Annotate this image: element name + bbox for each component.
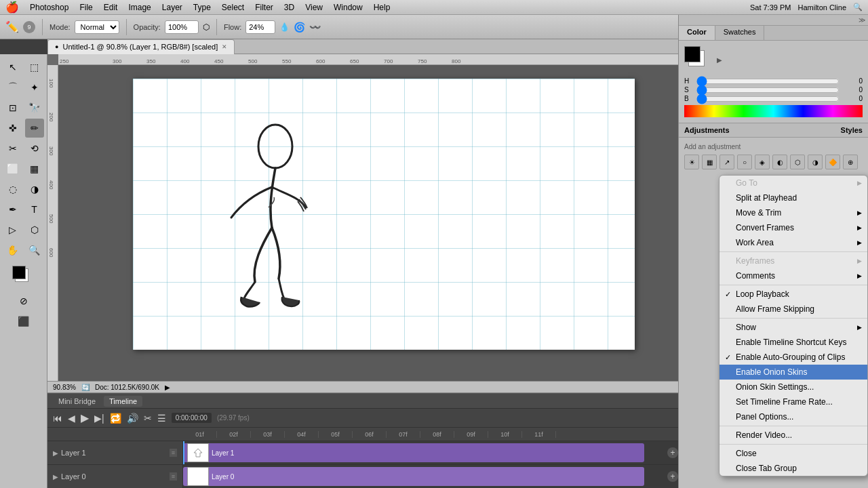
s-slider[interactable] — [696, 87, 840, 94]
flow-input[interactable] — [245, 20, 275, 34]
menu-item-close-tab-group[interactable]: Close Tab Group — [719, 461, 867, 476]
tab-swatches[interactable]: Swatches — [715, 26, 765, 40]
mode-select[interactable]: Normal — [75, 20, 119, 34]
brush-size-input[interactable]: 9 — [23, 21, 35, 33]
quick-mask-tool[interactable]: ⊘ — [14, 291, 33, 310]
search-icon[interactable]: 🔍 — [853, 3, 863, 12]
menu-item-onion-skin-settings[interactable]: Onion Skin Settings... — [719, 380, 867, 394]
menu-view[interactable]: View — [305, 3, 323, 12]
add-layer0-btn[interactable]: + — [667, 471, 678, 482]
opacity-input[interactable] — [165, 20, 199, 34]
gradient-tool[interactable]: ▦ — [25, 159, 44, 178]
fg-swatch[interactable] — [684, 46, 701, 62]
b-slider[interactable] — [696, 96, 840, 102]
track-content-layer1[interactable]: Layer 1 — [183, 441, 665, 464]
eyedropper-tool[interactable]: 🔭 — [25, 98, 44, 117]
track-content-layer0[interactable]: Layer 0 — [183, 465, 665, 488]
panel-collapse-icon[interactable]: ≫ — [859, 16, 865, 24]
hue-adj-icon[interactable]: ◐ — [772, 155, 787, 169]
airbrush-icon[interactable]: 🌀 — [294, 22, 305, 33]
menu-item-enable-onion-skins[interactable]: Enable Onion Skins — [719, 365, 867, 380]
layer1-clip[interactable]: Layer 1 — [183, 443, 644, 462]
tab-close-icon[interactable]: ✕ — [222, 43, 227, 50]
tab-timeline[interactable]: Timeline — [104, 396, 142, 407]
eraser-tool[interactable]: ⬜ — [3, 159, 22, 178]
move-tool[interactable]: ↖ — [3, 58, 22, 77]
menu-filter[interactable]: Filter — [255, 3, 273, 12]
menu-item-render-video[interactable]: Render Video... — [719, 428, 867, 443]
canvas-white[interactable] — [133, 79, 635, 350]
panel-arrow-icon[interactable]: ▶ — [717, 56, 722, 64]
levels-adj-icon[interactable]: ▦ — [702, 155, 717, 169]
prev-frame-btn[interactable]: ◀ — [68, 413, 75, 424]
blur-tool[interactable]: ◌ — [3, 180, 22, 199]
color-gradient-bar[interactable] — [684, 105, 863, 117]
menu-layer[interactable]: Layer — [162, 3, 182, 12]
colorbalance-adj-icon[interactable]: ⬡ — [790, 155, 805, 169]
menu-file[interactable]: File — [79, 3, 92, 12]
dodge-tool[interactable]: ◑ — [25, 180, 44, 199]
h-slider[interactable] — [696, 78, 840, 85]
menu-item-enable-auto-grouping[interactable]: ✓ Enable Auto-Grouping of Clips — [719, 350, 867, 365]
menu-item-enable-timeline-shortcut[interactable]: Enable Timeline Shortcut Keys — [719, 335, 867, 350]
menu-type[interactable]: Type — [193, 3, 211, 12]
menu-item-move-trim[interactable]: Move & Trim — [719, 205, 867, 220]
menu-item-allow-frame-skipping[interactable]: Allow Frame Skipping — [719, 302, 867, 317]
screen-mode-tool[interactable]: ⬛ — [14, 312, 33, 331]
audio-btn[interactable]: 🔊 — [127, 413, 138, 424]
add-layer1-btn[interactable]: + — [667, 447, 678, 458]
playhead[interactable] — [183, 441, 184, 464]
exposure-adj-icon[interactable]: ○ — [737, 155, 752, 169]
crop-tool[interactable]: ⊡ — [3, 98, 22, 117]
layer0-clip[interactable]: Layer 0 — [183, 467, 644, 486]
menu-photoshop[interactable]: Photoshop — [30, 3, 68, 12]
layer0-expand-icon[interactable]: ▶ — [53, 473, 58, 481]
menu-item-comments[interactable]: Comments — [719, 268, 867, 283]
brush-tool-icon[interactable]: ✏️ — [5, 20, 19, 33]
channel-mixer-adj-icon[interactable]: ⊕ — [843, 155, 858, 169]
next-frame-btn[interactable]: ▶| — [94, 413, 104, 424]
loop-btn[interactable]: 🔁 — [110, 413, 121, 424]
menu-help[interactable]: Help — [374, 3, 391, 12]
select-tool[interactable]: ⬚ — [25, 58, 44, 77]
menu-item-show[interactable]: Show — [719, 320, 867, 335]
curves-adj-icon[interactable]: ↗ — [719, 155, 734, 169]
smoothing-icon[interactable]: 〰️ — [309, 22, 321, 33]
zoom-tool[interactable]: 🔍 — [25, 241, 44, 260]
menu-item-work-area[interactable]: Work Area — [719, 235, 867, 250]
menu-item-set-timeline-frame-rate[interactable]: Set Timeline Frame Rate... — [719, 394, 867, 409]
bw-adj-icon[interactable]: ◑ — [808, 155, 823, 169]
menu-3d[interactable]: 3D — [284, 3, 294, 12]
pen-tool[interactable]: ✒ — [3, 200, 22, 219]
shape-tool[interactable]: ⬡ — [25, 220, 44, 239]
hand-tool[interactable]: ✋ — [3, 241, 22, 260]
play-btn[interactable]: ▶ — [81, 411, 89, 424]
photo-filter-adj-icon[interactable]: 🔶 — [825, 155, 840, 169]
settings-btn[interactable]: ☰ — [157, 413, 166, 424]
clone-tool[interactable]: ✂ — [3, 139, 22, 158]
lasso-tool[interactable]: ⌒ — [3, 78, 22, 97]
path-select-tool[interactable]: ▷ — [3, 220, 22, 239]
tab-color[interactable]: Color — [679, 26, 715, 40]
magic-wand-tool[interactable]: ✦ — [25, 78, 44, 97]
brightness-adj-icon[interactable]: ☀ — [684, 155, 699, 169]
spot-heal-tool[interactable]: ✜ — [3, 119, 22, 138]
menu-window[interactable]: Window — [334, 3, 363, 12]
menu-select[interactable]: Select — [222, 3, 244, 12]
type-tool[interactable]: T — [25, 200, 44, 219]
tab-mini-bridge[interactable]: Mini Bridge — [53, 396, 101, 407]
menu-item-loop-playback[interactable]: ✓ Loop Playback — [719, 287, 867, 302]
trim-btn[interactable]: ✂ — [144, 413, 152, 424]
styles-title[interactable]: Styles — [841, 126, 863, 134]
history-tool[interactable]: ⟲ — [25, 139, 44, 158]
active-tab[interactable]: ● Untitled-1 @ 90.8% (Layer 1, RGB/8#) [… — [47, 39, 235, 54]
menu-image[interactable]: Image — [128, 3, 151, 12]
vibrance-adj-icon[interactable]: ◈ — [755, 155, 770, 169]
rewind-to-start-btn[interactable]: ⏮ — [53, 413, 62, 424]
apple-icon[interactable]: 🍎 — [5, 1, 19, 14]
foreground-background-swatches[interactable] — [12, 266, 35, 289]
play-icon[interactable]: ▶ — [165, 384, 170, 391]
menu-item-goto[interactable]: Go To — [719, 176, 867, 190]
layer0-options-icon[interactable]: ≡ — [170, 472, 177, 481]
layer1-expand-icon[interactable]: ▶ — [53, 449, 58, 457]
